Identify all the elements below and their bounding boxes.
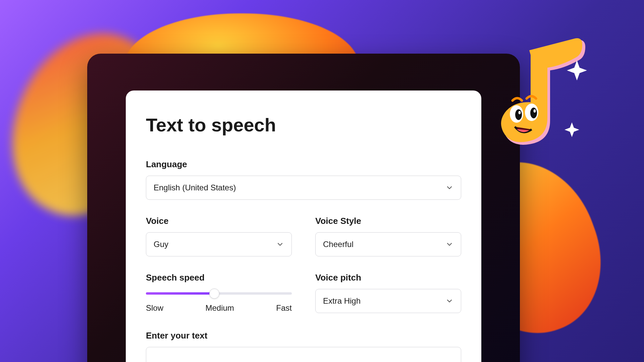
language-select[interactable]: English (United States) [146, 176, 461, 200]
pitch-value: Extra High [323, 296, 361, 306]
voice-style-label: Voice Style [315, 216, 461, 226]
slider-thumb[interactable] [209, 289, 219, 299]
speed-marks: Slow Medium Fast [146, 303, 292, 313]
tts-panel: Text to speech Language English (United … [126, 90, 481, 362]
language-value: English (United States) [154, 183, 236, 192]
enter-text-label: Enter your text [146, 330, 461, 341]
page-title: Text to speech [146, 114, 461, 136]
chevron-down-icon [445, 240, 453, 248]
chevron-down-icon [445, 184, 453, 192]
speed-slider[interactable] [146, 292, 292, 295]
speed-mark-medium: Medium [205, 303, 234, 313]
pitch-label: Voice pitch [315, 273, 461, 283]
speed-mark-slow: Slow [146, 303, 163, 313]
svg-point-3 [530, 108, 537, 118]
slider-fill [146, 292, 214, 295]
window-frame: Text to speech Language English (United … [87, 54, 520, 362]
voice-select[interactable]: Guy [146, 232, 292, 256]
chevron-down-icon [276, 240, 284, 248]
voice-style-select[interactable]: Cheerful [315, 232, 461, 256]
speed-label: Speech speed [146, 273, 292, 283]
voice-label: Voice [146, 216, 292, 226]
pitch-select[interactable]: Extra High [315, 289, 461, 313]
language-label: Language [146, 159, 461, 170]
chevron-down-icon [445, 297, 453, 305]
voice-value: Guy [154, 240, 168, 249]
slider-track [146, 292, 292, 295]
text-input[interactable] [146, 347, 461, 362]
speed-mark-fast: Fast [276, 303, 292, 313]
svg-point-5 [534, 109, 536, 113]
svg-point-1 [525, 104, 538, 121]
voice-style-value: Cheerful [323, 240, 354, 249]
